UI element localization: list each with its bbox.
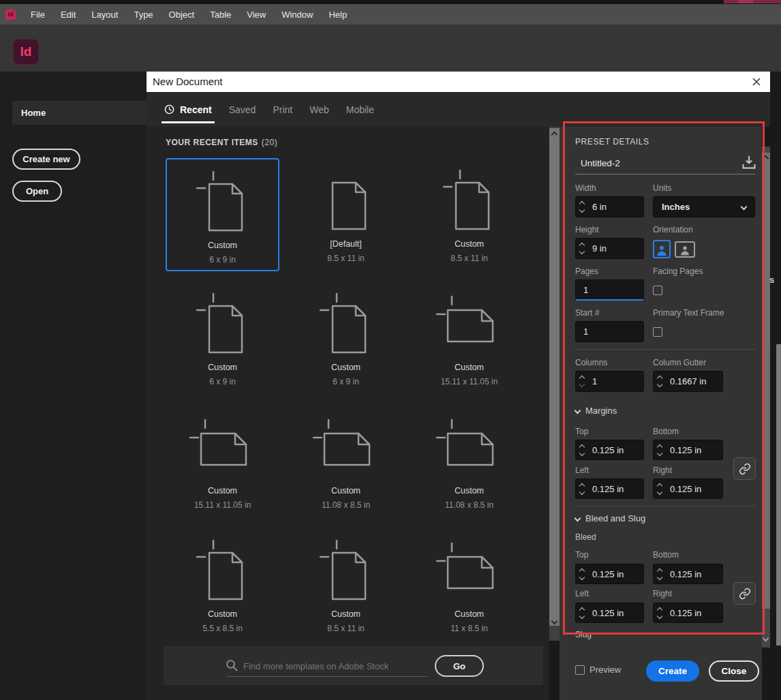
- margin-top-field[interactable]: 0.125 in: [575, 440, 644, 460]
- recent-item-10[interactable]: Custom5.5 x 8.5 in: [166, 528, 279, 641]
- start-number-input[interactable]: 1: [575, 321, 644, 342]
- height-stepper[interactable]: [576, 239, 587, 258]
- orientation-landscape-icon[interactable]: [675, 241, 695, 258]
- recent-item-name: Custom: [289, 609, 403, 619]
- tab-saved[interactable]: Saved: [229, 92, 256, 127]
- recent-item-9[interactable]: Custom11.08 x 8.5 in: [412, 405, 526, 518]
- recent-item-1[interactable]: Custom6 x 9 in: [166, 158, 279, 271]
- tab-mobile[interactable]: Mobile: [346, 92, 374, 127]
- column-gutter-field[interactable]: 0.1667 in: [653, 371, 723, 392]
- bleed-top-stepper[interactable]: [576, 564, 587, 583]
- scroll-down-icon[interactable]: [763, 635, 769, 642]
- recent-scrollbar[interactable]: [549, 127, 560, 641]
- recent-item-7[interactable]: Custom15.11 x 11.05 in: [166, 405, 279, 518]
- bleed-right-stepper[interactable]: [654, 603, 665, 622]
- menu-view[interactable]: View: [243, 8, 269, 21]
- tab-recent[interactable]: Recent: [164, 92, 212, 127]
- save-preset-icon[interactable]: [741, 154, 757, 170]
- indesign-app: Id FileEditLayoutTypeObjectTableViewWind…: [0, 0, 781, 700]
- preset-details-panel: PRESET DETAILS Untitled-2 Width Units 6 …: [560, 127, 762, 700]
- width-label: Width: [575, 183, 596, 193]
- recent-item-12[interactable]: Custom11 x 8.5 in: [412, 528, 526, 641]
- margin-left-field[interactable]: 0.125 in: [575, 478, 644, 499]
- recent-item-2[interactable]: [Default]8.5 x 11 in: [289, 158, 403, 271]
- menu-type[interactable]: Type: [130, 8, 156, 21]
- primary-text-frame-checkbox[interactable]: [653, 327, 662, 337]
- preset-scrollbar-thumb[interactable]: [762, 153, 770, 609]
- preset-scrollbar[interactable]: [762, 147, 770, 648]
- recent-items-title: YOUR RECENT ITEMS: [166, 138, 258, 147]
- margin-left-stepper[interactable]: [576, 479, 587, 498]
- columns-stepper[interactable]: [576, 371, 587, 391]
- menu-object[interactable]: Object: [166, 8, 198, 21]
- width-stepper[interactable]: [576, 197, 587, 217]
- bleed-link-button[interactable]: [733, 582, 756, 605]
- margin-top-stepper[interactable]: [576, 440, 587, 459]
- indesign-logo-icon: Id: [13, 39, 39, 65]
- tab-label: Print: [273, 104, 292, 115]
- recent-item-6[interactable]: Custom15.11 x 11.05 in: [412, 281, 526, 395]
- bleed-bottom-stepper[interactable]: [654, 564, 665, 583]
- tab-print[interactable]: Print: [273, 92, 292, 127]
- bleed-label: Bleed: [575, 532, 596, 542]
- app-header: Id: [0, 25, 781, 72]
- menubar-items: FileEditLayoutTypeObjectTableViewWindowH…: [27, 8, 350, 21]
- height-field[interactable]: 9 in: [575, 238, 644, 259]
- search-underline: [227, 676, 427, 677]
- close-button[interactable]: Close: [709, 660, 759, 682]
- close-icon[interactable]: [751, 76, 762, 87]
- tab-web[interactable]: Web: [309, 92, 329, 127]
- menu-edit[interactable]: Edit: [57, 8, 79, 21]
- stock-search-bar: Go: [164, 646, 543, 685]
- recent-item-4[interactable]: Custom6 x 9 in: [166, 281, 279, 395]
- menu-file[interactable]: File: [27, 8, 48, 21]
- recent-scrollbar-thumb[interactable]: [549, 128, 560, 626]
- preview-checkbox[interactable]: [575, 665, 585, 675]
- create-new-button[interactable]: Create new: [12, 149, 80, 170]
- orientation-portrait-icon[interactable]: [653, 240, 671, 258]
- bleed-top-field[interactable]: 0.125 in: [575, 564, 644, 584]
- document-name-input[interactable]: Untitled-2: [581, 158, 620, 168]
- recent-item-11[interactable]: Custom8.5 x 11 in: [289, 528, 403, 641]
- margin-bottom-field[interactable]: 0.125 in: [653, 440, 723, 460]
- go-button[interactable]: Go: [435, 655, 484, 677]
- margin-right-field[interactable]: 0.125 in: [653, 478, 723, 499]
- recent-item-name: Custom: [412, 486, 526, 496]
- column-gutter-stepper[interactable]: [654, 371, 665, 391]
- document-landscape-icon: [311, 416, 382, 481]
- bleed-slug-section-toggle[interactable]: Bleed and Slug: [575, 513, 645, 523]
- width-field[interactable]: 6 in: [575, 196, 644, 217]
- bleed-bottom-value: 0.125 in: [665, 569, 701, 579]
- units-dropdown[interactable]: Inches: [653, 196, 755, 217]
- menu-window[interactable]: Window: [278, 8, 316, 21]
- margin-right-label: Right: [653, 466, 672, 475]
- stock-search-input[interactable]: [243, 661, 400, 671]
- recent-items-header: YOUR RECENT ITEMS(20): [166, 138, 277, 147]
- menubar: Id FileEditLayoutTypeObjectTableViewWind…: [0, 4, 781, 25]
- menu-help[interactable]: Help: [325, 8, 350, 21]
- menu-table[interactable]: Table: [206, 8, 234, 21]
- menu-layout[interactable]: Layout: [88, 8, 121, 21]
- sidebar-item-home[interactable]: Home: [12, 101, 147, 125]
- recent-item-8[interactable]: Custom11.08 x 8.5 in: [289, 405, 403, 518]
- recent-item-size: 8.5 x 11 in: [289, 254, 403, 263]
- bleed-right-field[interactable]: 0.125 in: [653, 603, 723, 623]
- open-button[interactable]: Open: [12, 181, 62, 202]
- margins-link-button[interactable]: [733, 457, 756, 480]
- margins-section-toggle[interactable]: Margins: [575, 406, 617, 416]
- recent-item-5[interactable]: Custom6 x 9 in: [289, 281, 403, 395]
- bleed-left-stepper[interactable]: [576, 603, 587, 622]
- create-button[interactable]: Create: [646, 660, 699, 682]
- name-underline: [575, 174, 755, 174]
- margin-right-value: 0.125 in: [665, 484, 701, 494]
- dialog-tabs: RecentSavedPrintWebMobile: [164, 92, 374, 127]
- bleed-bottom-field[interactable]: 0.125 in: [653, 564, 723, 584]
- facing-pages-checkbox[interactable]: [653, 286, 662, 295]
- margin-right-stepper[interactable]: [654, 479, 665, 498]
- preview-toggle[interactable]: Preview: [575, 665, 621, 675]
- columns-field[interactable]: 1: [575, 371, 644, 392]
- recent-item-3[interactable]: Custom8.5 x 11 in: [412, 158, 526, 271]
- pages-input[interactable]: 1: [575, 279, 644, 301]
- margin-bottom-stepper[interactable]: [654, 440, 665, 459]
- bleed-left-field[interactable]: 0.125 in: [575, 603, 644, 623]
